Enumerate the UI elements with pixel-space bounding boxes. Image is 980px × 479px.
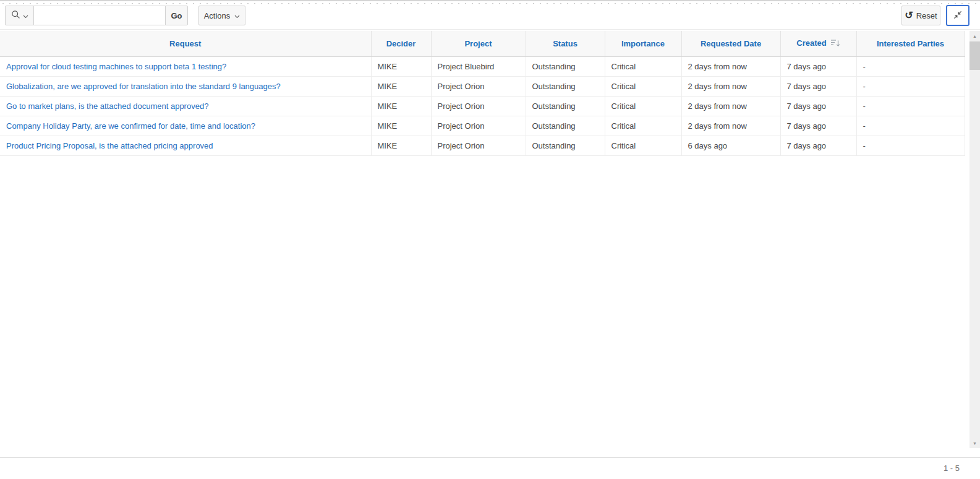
chevron-down-icon bbox=[234, 11, 240, 20]
cell-importance: Critical bbox=[605, 136, 681, 155]
cell-importance: Critical bbox=[605, 96, 681, 116]
cell-requested-date: 6 days ago bbox=[681, 136, 780, 155]
table-row: Approval for cloud testing machines to s… bbox=[0, 56, 965, 76]
go-button[interactable]: Go bbox=[165, 6, 188, 25]
cell-requested-date: 2 days from now bbox=[681, 96, 780, 116]
column-header-label: Request bbox=[169, 39, 201, 48]
cell-project: Project Bluebird bbox=[431, 56, 526, 76]
column-header-importance[interactable]: Importance bbox=[605, 31, 681, 56]
search-icon bbox=[11, 10, 20, 21]
scroll-up-button[interactable]: ▲ bbox=[969, 31, 980, 41]
cell-decider: MIKE bbox=[371, 116, 431, 136]
cell-status: Outstanding bbox=[526, 56, 605, 76]
cell-request: Product Pricing Proposal, is the attache… bbox=[0, 136, 371, 155]
cell-decider: MIKE bbox=[371, 76, 431, 96]
column-header-label: Created bbox=[796, 38, 826, 48]
cell-created: 7 days ago bbox=[780, 76, 856, 96]
column-header-decider[interactable]: Decider bbox=[371, 31, 431, 56]
cell-requested-date: 2 days from now bbox=[681, 56, 780, 76]
cell-created: 7 days ago bbox=[780, 116, 856, 136]
table-header-row: Request Decider Project Status Importanc… bbox=[0, 31, 965, 56]
request-link[interactable]: Approval for cloud testing machines to s… bbox=[6, 62, 226, 71]
request-link[interactable]: Product Pricing Proposal, is the attache… bbox=[6, 141, 213, 150]
chevron-down-icon bbox=[23, 11, 28, 20]
cell-project: Project Orion bbox=[431, 96, 526, 116]
interactive-report-page: { "toolbar": { "search": { "value": "", … bbox=[0, 0, 980, 479]
cell-request: Company Holiday Party, are we confirmed … bbox=[0, 116, 371, 136]
cell-request: Go to market plans, is the attached docu… bbox=[0, 96, 371, 116]
scroll-down-button[interactable]: ▼ bbox=[969, 438, 980, 448]
column-header-request[interactable]: Request bbox=[0, 31, 371, 56]
search-input[interactable] bbox=[33, 6, 166, 25]
search-options-button[interactable] bbox=[5, 6, 34, 25]
cell-interested-parties: - bbox=[856, 96, 965, 116]
vertical-scrollbar[interactable]: ▲ ▼ bbox=[969, 31, 980, 448]
cell-request: Globalization, are we approved for trans… bbox=[0, 76, 371, 96]
cell-importance: Critical bbox=[605, 76, 681, 96]
cell-requested-date: 2 days from now bbox=[681, 76, 780, 96]
search-bar: Go bbox=[5, 6, 188, 25]
cell-interested-parties: - bbox=[856, 56, 965, 76]
cell-status: Outstanding bbox=[526, 136, 605, 155]
column-header-label: Importance bbox=[621, 39, 665, 48]
actions-menu-button[interactable]: Actions bbox=[198, 6, 245, 25]
request-link[interactable]: Company Holiday Party, are we confirmed … bbox=[6, 121, 255, 131]
column-header-requested-date[interactable]: Requested Date bbox=[681, 31, 780, 56]
table-row: Product Pricing Proposal, is the attache… bbox=[0, 136, 965, 155]
sort-descending-icon bbox=[830, 40, 840, 49]
scrollbar-thumb[interactable] bbox=[969, 41, 980, 70]
column-header-created[interactable]: Created bbox=[780, 31, 856, 56]
column-header-interested-parties[interactable]: Interested Parties bbox=[856, 31, 965, 56]
table-row: Globalization, are we approved for trans… bbox=[0, 76, 965, 96]
cell-decider: MIKE bbox=[371, 56, 431, 76]
report-footer: 1 - 5 bbox=[0, 457, 980, 479]
cell-created: 7 days ago bbox=[780, 96, 856, 116]
cell-interested-parties: - bbox=[856, 136, 965, 155]
cell-created: 7 days ago bbox=[780, 56, 856, 76]
region-focus-outline bbox=[2, 3, 978, 4]
column-header-label: Decider bbox=[386, 39, 416, 48]
reset-button-label: Reset bbox=[916, 11, 937, 20]
cell-status: Outstanding bbox=[526, 76, 605, 96]
column-header-label: Requested Date bbox=[701, 39, 761, 48]
cell-request: Approval for cloud testing machines to s… bbox=[0, 56, 371, 76]
column-header-label: Project bbox=[464, 39, 492, 48]
cell-project: Project Orion bbox=[431, 136, 526, 155]
column-header-label: Interested Parties bbox=[877, 39, 944, 48]
reset-button[interactable]: ↺ Reset bbox=[901, 6, 940, 25]
cell-importance: Critical bbox=[605, 116, 681, 136]
cell-status: Outstanding bbox=[526, 116, 605, 136]
column-header-label: Status bbox=[553, 39, 577, 48]
cell-interested-parties: - bbox=[856, 116, 965, 136]
interactive-report-table: Request Decider Project Status Importanc… bbox=[0, 31, 965, 156]
cell-decider: MIKE bbox=[371, 136, 431, 155]
request-link[interactable]: Go to market plans, is the attached docu… bbox=[6, 101, 208, 111]
reset-icon: ↺ bbox=[905, 11, 913, 20]
cell-importance: Critical bbox=[605, 56, 681, 76]
cell-interested-parties: - bbox=[856, 76, 965, 96]
cell-project: Project Orion bbox=[431, 76, 526, 96]
request-link[interactable]: Globalization, are we approved for trans… bbox=[6, 82, 281, 91]
column-header-project[interactable]: Project bbox=[431, 31, 526, 56]
cell-requested-date: 2 days from now bbox=[681, 116, 780, 136]
cell-created: 7 days ago bbox=[780, 136, 856, 155]
report-toolbar: Go Actions ↺ Reset bbox=[0, 1, 980, 30]
cell-project: Project Orion bbox=[431, 116, 526, 136]
pagination-label: 1 - 5 bbox=[944, 464, 960, 473]
column-header-status[interactable]: Status bbox=[526, 31, 605, 56]
cell-decider: MIKE bbox=[371, 96, 431, 116]
cell-status: Outstanding bbox=[526, 96, 605, 116]
collapse-icon bbox=[953, 10, 963, 22]
table-row: Go to market plans, is the attached docu… bbox=[0, 96, 965, 116]
table-row: Company Holiday Party, are we confirmed … bbox=[0, 116, 965, 136]
restore-region-button[interactable] bbox=[946, 5, 969, 26]
actions-button-label: Actions bbox=[204, 11, 231, 20]
